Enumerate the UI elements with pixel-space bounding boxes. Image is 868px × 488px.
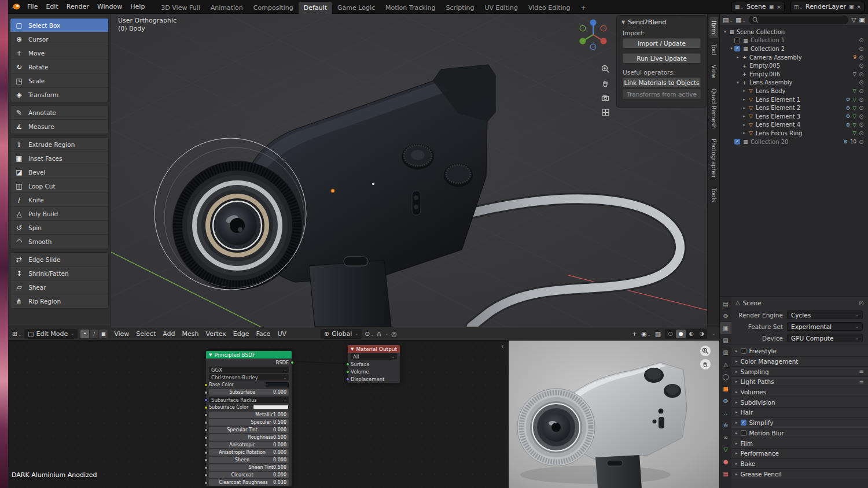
outliner-row-collection-20[interactable]: ✓▦Collection 20⚙10⊙ xyxy=(720,138,868,146)
import-update-button[interactable]: Import / Update xyxy=(623,38,701,49)
prop-section-film[interactable]: ▸Film xyxy=(731,438,868,448)
eye-icon[interactable]: ⊙ xyxy=(856,88,866,94)
scene-browse-icon[interactable]: ▦⌄ xyxy=(735,4,744,10)
outliner-row-lens-focus-ring[interactable]: ▸▽Lens Focus Ring▽⊙ xyxy=(720,129,868,138)
input-socket[interactable] xyxy=(204,391,208,394)
tool-scale[interactable]: ◳Scale xyxy=(10,74,108,88)
collection-checkbox[interactable] xyxy=(734,38,740,43)
link-materials-button[interactable]: Link Materials to Objects xyxy=(623,77,701,88)
prop-section-performance[interactable]: ▸Performance xyxy=(731,448,868,459)
prop-section-color-management[interactable]: ▸Color Management xyxy=(731,356,868,367)
tool-move[interactable]: +Move xyxy=(10,46,108,60)
outliner-row-lens-assembly[interactable]: ▾+Lens Assembly⊙ xyxy=(720,79,868,87)
prop-field-value-render-engine[interactable]: Cycles⌄ xyxy=(787,310,863,319)
preset-menu-icon[interactable]: ≡ xyxy=(859,368,864,375)
eye-icon[interactable]: ⊙ xyxy=(856,71,866,77)
filter-icon[interactable]: ▽ xyxy=(851,16,856,24)
scene-selector[interactable]: ▦⌄ Scene ▣ × xyxy=(731,2,785,12)
prop-field-value-device[interactable]: GPU Compute⌄ xyxy=(787,334,863,342)
sidebar-tab-item[interactable]: Item xyxy=(709,17,718,38)
input-socket[interactable] xyxy=(204,459,208,462)
principled-bsdf-node[interactable]: ▼ Principled BSDF BSDF GGX ⌄ Christensen… xyxy=(205,350,292,487)
search-input[interactable] xyxy=(749,16,849,24)
eye-icon[interactable]: ⊙ xyxy=(856,46,866,52)
properties-tab-modifiers[interactable]: ⚙ xyxy=(720,395,731,407)
orientation-selector[interactable]: ⊕ Global ⌄ xyxy=(321,329,362,339)
outliner-row-lens-element-4[interactable]: ▸▽Lens Element 4⚙▽⊙ xyxy=(720,121,868,130)
properties-tab-object-data[interactable]: ▽ xyxy=(720,443,731,456)
properties-tab-object[interactable]: ■ xyxy=(720,383,731,395)
camera-view-icon[interactable] xyxy=(600,93,610,103)
properties-tab-output[interactable]: ▤ xyxy=(720,334,731,346)
section-checkbox[interactable] xyxy=(741,430,746,436)
eye-icon[interactable]: ⊙ xyxy=(856,37,866,43)
panel-header[interactable]: ▼ Send2Blend xyxy=(617,17,707,28)
outliner-row-camera-assembly[interactable]: ▸+Camera Assembly9⊙ xyxy=(720,53,868,62)
tool-knife[interactable]: ∕Knife xyxy=(10,193,108,207)
sidebar-tab-tools[interactable]: Tools xyxy=(709,184,718,206)
properties-tab-constraints[interactable]: ∞ xyxy=(720,431,731,443)
new-collection-icon[interactable]: ▣ xyxy=(859,16,865,24)
expand-icon[interactable]: ▸ xyxy=(741,97,747,102)
prop-section-light-paths[interactable]: ▸Light Paths≡ xyxy=(731,376,868,387)
prop-section-subdivision[interactable]: ▸Subdivision xyxy=(731,397,868,407)
viewport-menu-edge[interactable]: Edge xyxy=(230,329,253,339)
viewport-menu-uv[interactable]: UV xyxy=(274,329,290,339)
section-checkbox[interactable]: ✓ xyxy=(741,420,746,426)
outliner-row-collection-1[interactable]: ▦Collection 1⊙ xyxy=(720,36,868,45)
vertex-select-button[interactable]: • xyxy=(80,330,89,338)
tool-inset-faces[interactable]: ▣Inset Faces xyxy=(10,151,108,165)
shading-rendered-button[interactable]: ◑ xyxy=(697,330,707,338)
properties-tab-render[interactable]: ▣ xyxy=(720,322,731,334)
node-header[interactable]: ▼ Material Output xyxy=(348,345,400,353)
menu-help[interactable]: Help xyxy=(126,1,149,12)
render-layer-selector[interactable]: ◫⌄ RenderLayer ▣ × xyxy=(790,2,865,12)
eye-icon[interactable]: ⊙ xyxy=(856,130,866,136)
prop-section-bake[interactable]: ▸Bake xyxy=(731,459,868,469)
display-mode-icon[interactable]: ▦⌄ xyxy=(735,16,745,24)
expand-icon[interactable]: ▸ xyxy=(741,123,747,127)
viewport-menu-vertex[interactable]: Vertex xyxy=(202,329,229,339)
preview-zoom-icon[interactable] xyxy=(700,345,711,357)
mode-selector[interactable]: ▢ Edit Mode ⌄ xyxy=(24,329,78,339)
shader-editor[interactable]: ▼ Principled BSDF BSDF GGX ⌄ Christensen… xyxy=(8,340,508,488)
tool-rip-region[interactable]: ⋔Rip Region xyxy=(10,294,108,308)
prop-section-freestyle[interactable]: ▸Freestyle xyxy=(731,346,868,356)
shading-material-button[interactable]: ◐ xyxy=(686,330,696,338)
output-socket[interactable] xyxy=(290,361,294,364)
proportional-editing-icon[interactable]: ◎ xyxy=(391,330,397,338)
menu-file[interactable]: File xyxy=(23,1,42,12)
expand-icon[interactable]: ▸ xyxy=(741,88,747,93)
shading-wireframe-button[interactable]: ○ xyxy=(665,330,675,338)
tool-select-box[interactable]: ▢Select Box xyxy=(10,19,108,32)
new-render-layer-icon[interactable]: ▣ xyxy=(849,4,854,10)
edge-select-button[interactable]: ∕ xyxy=(90,330,98,338)
slider-anisotropic[interactable]: Anisotropic0.000 xyxy=(209,442,289,448)
input-socket[interactable] xyxy=(346,363,350,366)
snap-magnet-icon[interactable]: ∩ xyxy=(377,330,381,338)
tool-rotate[interactable]: ↻Rotate xyxy=(10,60,108,74)
workspace-tab-motion-tracking[interactable]: Motion Tracking xyxy=(380,2,441,14)
tool-shear[interactable]: ▱Shear xyxy=(10,280,108,294)
transforms-from-active-button[interactable]: Transforms from active xyxy=(623,89,701,99)
outliner-row-lens-element-3[interactable]: ▸▽Lens Element 3⚙▽⊙ xyxy=(720,112,868,121)
node-header[interactable]: ▼ Principled BSDF xyxy=(206,351,292,358)
workspace-tab-[interactable]: + xyxy=(576,2,591,14)
shading-options-chevron[interactable]: ⌄ xyxy=(712,331,715,336)
input-socket[interactable] xyxy=(204,436,208,439)
slider-clearcoat[interactable]: Clearcoat0.000 xyxy=(209,472,289,478)
outliner-row-scene-collection[interactable]: ▾▦Scene Collection xyxy=(720,28,868,36)
viewport-menu-mesh[interactable]: Mesh xyxy=(179,329,203,339)
eye-icon[interactable]: ⊙ xyxy=(856,97,866,103)
prop-section-simplify[interactable]: ▸✓Simplify xyxy=(731,417,868,428)
delete-render-layer-icon[interactable]: × xyxy=(856,4,861,10)
properties-tab-world[interactable]: ◯ xyxy=(720,371,731,383)
tool-loop-cut[interactable]: ◫Loop Cut xyxy=(10,179,108,193)
section-checkbox[interactable] xyxy=(741,348,746,354)
properties-tab-physics[interactable]: ⊚ xyxy=(720,419,731,431)
prop-section-grease-pencil[interactable]: ▸Grease Pencil xyxy=(731,468,868,479)
outliner-row-lens-element-2[interactable]: ▸▽Lens Element 2⚙▽⊙ xyxy=(720,103,868,112)
workspace-tab-3d-view-full[interactable]: 3D View Full xyxy=(156,2,205,14)
eye-icon[interactable]: ⊙ xyxy=(856,105,866,111)
run-live-update-button[interactable]: Run Live Update xyxy=(623,53,701,64)
